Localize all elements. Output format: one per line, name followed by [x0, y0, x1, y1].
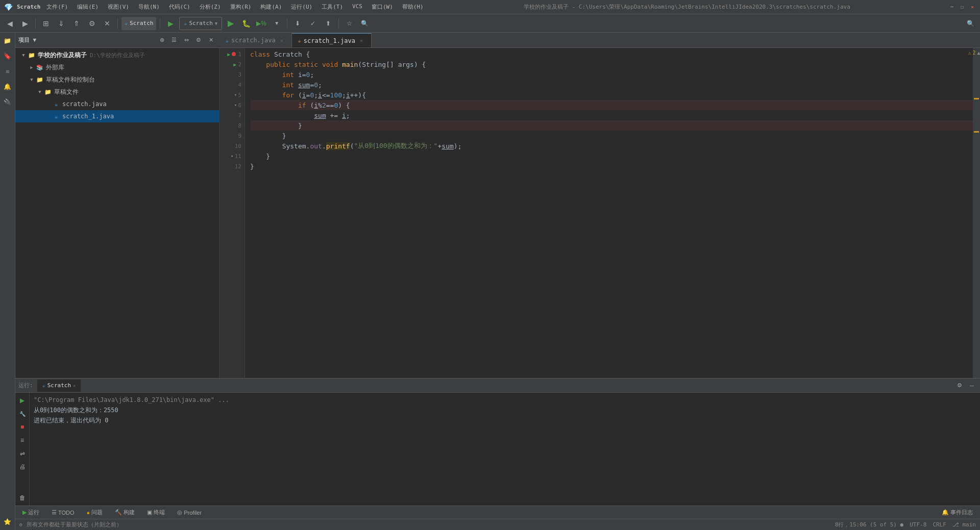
bottom-minimize-button[interactable]: ─ — [967, 381, 977, 391]
activity-structure-icon[interactable]: ≡ — [1, 64, 15, 79]
code-content[interactable]: class Scratch { public static void main(… — [245, 48, 973, 378]
run-button[interactable]: ▶ — [224, 17, 237, 30]
breakpoint-dot[interactable] — [232, 52, 236, 56]
run-rerun-button[interactable]: 🔧 — [17, 408, 28, 419]
main-toolbar: ◀ ▶ ⊞ ⇓ ⇑ ⚙ ✕ ☕ Scratch ▶ ☕ Scratch ▼ ▶ … — [0, 14, 980, 33]
event-log-button[interactable]: 🔔 事件日志 — [938, 507, 977, 518]
fold-icon[interactable]: ▾ — [233, 103, 238, 108]
output-result-line: 从0到100的偶数之和为：2550 — [34, 405, 976, 415]
build-toolbar-button[interactable]: 🔨 构建 — [111, 507, 139, 518]
run-wrap-button[interactable]: ⇌ — [17, 448, 28, 459]
tree-item-scratch-folder[interactable]: ▼ 📁 草稿文件和控制台 — [15, 73, 219, 86]
project-hide-button[interactable]: ✕ — [206, 35, 216, 45]
fold-icon[interactable]: ▾ — [230, 154, 235, 159]
scratch-tab[interactable]: ☕ Scratch — [121, 17, 156, 30]
todo-label: TODO — [58, 510, 75, 516]
activity-settings-icon[interactable]: ⭐ — [1, 515, 15, 529]
code-editor[interactable]: ▶ 1 ▶ 2 3 4 ▾ 5 — [219, 48, 980, 378]
expand-all-button[interactable]: ⇓ — [55, 17, 68, 30]
bottom-tab-scratch[interactable]: ☕ Scratch ✕ — [37, 380, 81, 392]
todo-icon: ☰ — [52, 509, 57, 516]
app-icon: 💎 — [4, 3, 13, 11]
menu-tools[interactable]: 工具(T) — [320, 2, 345, 12]
problems-toolbar-button[interactable]: ● 问题 — [83, 507, 107, 518]
activity-plugins-icon[interactable]: 🔌 — [1, 95, 15, 109]
menu-window[interactable]: 窗口(W) — [370, 2, 395, 12]
project-expand-button[interactable]: ⇔ — [181, 35, 191, 45]
vcs-commit-button[interactable]: ✓ — [306, 17, 320, 30]
run-config-left-button[interactable]: ▶ — [164, 17, 177, 30]
menu-code[interactable]: 代码(C) — [167, 2, 192, 12]
bottom-settings-button[interactable]: ⚙ — [954, 381, 965, 391]
code-text: i= — [298, 71, 306, 79]
run-config-selector[interactable]: ☕ Scratch ▼ — [179, 17, 222, 30]
tab-close-icon[interactable]: ✕ — [278, 37, 285, 44]
todo-toolbar-button[interactable]: ☰ TODO — [47, 507, 79, 518]
method-name: main — [342, 61, 358, 68]
menu-help[interactable]: 帮助(H) — [400, 2, 426, 12]
tree-item-scratch1-java[interactable]: ▶ ☕ scratch_1.java — [15, 110, 219, 122]
nav-forward-button[interactable]: ▶ — [18, 17, 32, 30]
help-search-button[interactable]: 🔍 — [964, 17, 977, 30]
tree-expand-icon: ▼ — [28, 75, 36, 84]
tab-close-icon[interactable]: ✕ — [358, 37, 365, 44]
menu-edit[interactable]: 编辑(E) — [75, 2, 101, 12]
tree-item-root[interactable]: ▼ 📁 学校的作业及稿子 D:\学校的作业及稿子 — [15, 49, 219, 61]
tab-close-icon[interactable]: ✕ — [73, 383, 76, 388]
minimize-button[interactable]: ─ — [948, 4, 955, 11]
tab-scratch1-java[interactable]: ☕ scratch_1.java ✕ — [292, 33, 372, 47]
number: 2 — [322, 102, 326, 109]
code-line-5: for (i=0;i<=100;i++){ — [250, 90, 973, 100]
warning-count-area[interactable]: ⚠ 2 ▲ ▼ — [968, 49, 980, 57]
menu-view[interactable]: 视图(V) — [106, 2, 131, 12]
run-scroll-end-button[interactable]: ≡ — [17, 435, 28, 446]
terminal-icon: ▣ — [147, 509, 152, 516]
tab-scratch-java[interactable]: ☕ scratch.java ✕ — [219, 33, 292, 47]
run-play-button[interactable]: ▶ — [17, 395, 28, 406]
menu-vcs[interactable]: VCS — [350, 2, 364, 12]
nav-back-button[interactable]: ◀ — [3, 17, 16, 30]
debug-button[interactable]: 🐛 — [239, 17, 253, 30]
profiler-toolbar-button[interactable]: ◎ Profiler — [173, 507, 206, 518]
vcs-update-button[interactable]: ⬇ — [291, 17, 304, 30]
close-panel-button[interactable]: ✕ — [101, 17, 114, 30]
settings-button[interactable]: ⚙ — [85, 17, 99, 30]
project-structure-button[interactable]: ⊞ — [39, 17, 53, 30]
line-number: 2 — [238, 61, 241, 68]
menu-navigate[interactable]: 导航(N) — [136, 2, 162, 12]
run-toolbar-button[interactable]: ▶ 运行 — [18, 507, 43, 518]
close-button[interactable]: ✕ — [969, 4, 976, 11]
indent — [250, 102, 298, 109]
menu-analyze[interactable]: 分析(Z) — [198, 2, 223, 12]
problems-label: 问题 — [91, 509, 103, 516]
collapse-all-button[interactable]: ⇑ — [70, 17, 83, 30]
more-run-button[interactable]: ▼ — [270, 17, 283, 30]
run-with-coverage-button[interactable]: ▶% — [255, 17, 268, 30]
menu-run[interactable]: 运行(U) — [289, 2, 314, 12]
tree-item-scratch-java[interactable]: ▶ ☕ scratch.java — [15, 98, 219, 110]
bookmark-button[interactable]: ☆ — [342, 17, 356, 30]
run-stop-button[interactable]: ■ — [17, 421, 28, 433]
maximize-button[interactable]: ☐ — [959, 4, 966, 11]
run-print-button[interactable]: 🖨 — [17, 461, 28, 472]
activity-bookmark-icon[interactable]: 🔖 — [1, 49, 15, 63]
vcs-push-button[interactable]: ⬆ — [322, 17, 335, 30]
tree-item-drafts[interactable]: ▼ 📁 草稿文件 — [15, 86, 219, 98]
run-clear-button[interactable]: 🗑 — [17, 492, 28, 503]
project-sync-button[interactable]: ⊕ — [157, 35, 167, 45]
tab-label: scratch_1.java — [304, 37, 355, 44]
tree-item-external-libs[interactable]: ▶ 📚 外部库 — [15, 61, 219, 73]
menu-file[interactable]: 文件(F) — [44, 2, 70, 12]
java-file-icon: ☕ — [52, 100, 60, 108]
terminal-toolbar-button[interactable]: ▣ 终端 — [143, 507, 169, 518]
inspect-button[interactable]: 🔍 — [358, 17, 371, 30]
toolbar-separator-5 — [338, 18, 339, 29]
activity-project-icon[interactable]: 📁 — [1, 34, 15, 48]
project-gear-button[interactable]: ⚙ — [193, 35, 204, 45]
fold-icon[interactable]: ▾ — [233, 92, 238, 97]
project-collapse-button[interactable]: ☰ — [169, 35, 179, 45]
gutter-line-4: 4 — [219, 80, 244, 90]
menu-build[interactable]: 构建(A) — [258, 2, 284, 12]
activity-notifications-icon[interactable]: 🔔 — [1, 80, 15, 94]
menu-refactor[interactable]: 重构(R) — [228, 2, 254, 12]
